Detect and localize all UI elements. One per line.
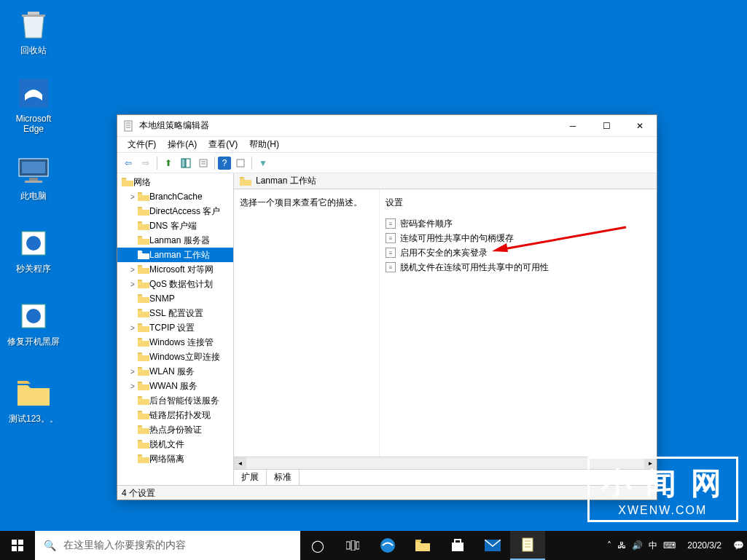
tree-item[interactable]: Windows立即连接 (117, 350, 233, 364)
menu-action[interactable]: 操作(A) (162, 137, 203, 152)
forward-button[interactable]: ⇨ (138, 155, 154, 171)
tree-item[interactable]: 链路层拓扑发现 (117, 408, 233, 422)
taskbar-gpedit-icon[interactable] (510, 531, 545, 560)
start-button[interactable] (0, 531, 35, 560)
app-icon (123, 120, 135, 132)
tray-keyboard-icon[interactable]: ⌨ (663, 540, 676, 551)
minimize-button[interactable]: ─ (556, 115, 590, 137)
settings-list: 设置 ≡密码套件顺序≡连续可用性共享中的句柄缓存≡启用不安全的来宾登录≡脱机文件… (380, 189, 657, 457)
tray-up-icon[interactable]: ˄ (607, 540, 611, 551)
status-bar: 4 个设置 (117, 485, 657, 500)
up-button[interactable]: ⬆ (160, 155, 176, 171)
scroll-left-button[interactable]: ◄ (234, 457, 246, 469)
svg-rect-15 (181, 159, 185, 167)
task-view-icon[interactable] (335, 531, 370, 560)
svg-rect-5 (29, 178, 38, 181)
svg-rect-20 (237, 159, 244, 167)
svg-rect-1 (22, 15, 45, 17)
folder-icon (240, 177, 251, 186)
menu-file[interactable]: 文件(F) (122, 137, 162, 152)
tree-item[interactable]: >Microsoft 对等网 (117, 262, 233, 277)
tray-volume-icon[interactable]: 🔊 (632, 540, 643, 551)
filter-button[interactable]: ▼ (255, 155, 271, 171)
properties-button[interactable] (232, 155, 249, 171)
tree-item[interactable]: Windows 连接管 (117, 335, 233, 350)
taskbar: 🔍 在这里输入你要搜索的内容 ◯ ˄ 🖧 🔊 中 ⌨ 2020/3/2 💬 (0, 531, 747, 560)
tab-standard[interactable]: 标准 (267, 470, 300, 485)
tree-item[interactable]: DNS 客户端 (117, 218, 233, 233)
system-tray[interactable]: ˄ 🖧 🔊 中 ⌨ 2020/3/2 💬 (607, 540, 747, 552)
tree-item[interactable]: 网络隔离 (117, 451, 233, 466)
svg-rect-26 (18, 546, 23, 551)
tree-item[interactable]: >TCPIP 设置 (117, 320, 233, 335)
show-hide-tree-button[interactable] (178, 155, 194, 171)
export-list-button[interactable] (195, 155, 211, 171)
taskbar-mail-icon[interactable] (475, 531, 510, 560)
tree-item[interactable]: DirectAccess 客户 (117, 204, 233, 218)
description-column: 选择一个项目来查看它的描述。 (234, 189, 380, 457)
notifications-icon[interactable]: 💬 (733, 540, 744, 551)
policy-icon: ≡ (386, 218, 396, 229)
svg-rect-34 (523, 538, 533, 551)
setting-item[interactable]: ≡脱机文件在连续可用性共享中的可用性 (386, 260, 651, 275)
tray-network-icon[interactable]: 🖧 (617, 540, 626, 551)
svg-rect-27 (346, 542, 350, 549)
tree-item[interactable]: 脱机文件 (117, 437, 233, 451)
policy-icon: ≡ (386, 248, 396, 258)
tree-item[interactable]: 热点身份验证 (117, 422, 233, 437)
svg-rect-29 (356, 542, 359, 549)
tree-item[interactable]: Lanman 工作站 (117, 248, 233, 262)
help-button[interactable]: ? (218, 157, 231, 170)
tree-item[interactable]: >BranchCache (117, 189, 233, 204)
taskbar-store-icon[interactable] (440, 531, 475, 560)
watermark: 小 闻 网 XWENW.COM (587, 457, 738, 522)
nav-tree[interactable]: 网络 >BranchCacheDirectAccess 客户DNS 客户端Lan… (117, 173, 234, 485)
desktop-icon-pc[interactable]: 此电脑 (6, 153, 61, 201)
menubar: 文件(F) 操作(A) 查看(V) 帮助(H) (117, 137, 657, 153)
titlebar[interactable]: 本地组策略编辑器 ─ ☐ ✕ (117, 115, 657, 137)
tree-root[interactable]: 网络 (117, 175, 233, 189)
taskbar-explorer-icon[interactable] (405, 531, 440, 560)
policy-icon: ≡ (386, 233, 396, 243)
tab-extended[interactable]: 扩展 (234, 470, 267, 485)
desktop-icon-recycle[interactable]: 回收站 (6, 7, 61, 55)
desktop-icon-app1[interactable]: 秒关程序 (6, 226, 61, 274)
menu-view[interactable]: 查看(V) (203, 137, 243, 152)
svg-rect-24 (18, 540, 23, 545)
svg-point-8 (26, 236, 41, 251)
close-button[interactable]: ✕ (623, 115, 657, 137)
svg-rect-25 (12, 546, 17, 551)
tree-item[interactable]: >QoS 数据包计划 (117, 277, 233, 291)
desktop-icon-app2[interactable]: 修复开机黑屏 (6, 299, 61, 347)
settings-header: 设置 (386, 197, 651, 209)
tree-item[interactable]: >WWAN 服务 (117, 379, 233, 393)
svg-rect-31 (415, 540, 421, 542)
search-box[interactable]: 🔍 在这里输入你要搜索的内容 (35, 531, 300, 560)
toolbar: ⇦ ⇨ ⬆ ? ▼ (117, 153, 657, 173)
svg-rect-17 (200, 159, 207, 167)
tree-item[interactable]: >WLAN 服务 (117, 364, 233, 379)
desktop-icon-folder[interactable]: 测试123。。 (6, 376, 61, 424)
window-title: 本地组策略编辑器 (139, 119, 556, 132)
cortana-icon[interactable]: ◯ (300, 531, 335, 560)
menu-help[interactable]: 帮助(H) (243, 137, 285, 152)
setting-item[interactable]: ≡密码套件顺序 (386, 216, 651, 231)
setting-item[interactable]: ≡连续可用性共享中的句柄缓存 (386, 231, 651, 245)
desktop-icon-edge[interactable]: Microsoft Edge (6, 76, 61, 134)
gpedit-window: 本地组策略编辑器 ─ ☐ ✕ 文件(F) 操作(A) 查看(V) 帮助(H) ⇦… (117, 114, 657, 500)
search-icon: 🔍 (44, 540, 56, 551)
taskbar-edge-icon[interactable] (370, 531, 405, 560)
svg-rect-28 (351, 540, 355, 551)
svg-rect-32 (452, 543, 464, 551)
maximize-button[interactable]: ☐ (590, 115, 623, 137)
tree-item[interactable]: Lanman 服务器 (117, 233, 233, 248)
tree-item[interactable]: SNMP (117, 291, 233, 306)
svg-rect-4 (22, 162, 45, 173)
back-button[interactable]: ⇦ (120, 155, 136, 171)
tree-item[interactable]: 后台智能传送服务 (117, 393, 233, 408)
setting-item[interactable]: ≡启用不安全的来宾登录 (386, 245, 651, 260)
tray-ime-icon[interactable]: 中 (649, 540, 657, 552)
tree-item[interactable]: SSL 配置设置 (117, 306, 233, 320)
svg-rect-11 (125, 121, 132, 131)
clock[interactable]: 2020/3/2 (681, 540, 727, 551)
